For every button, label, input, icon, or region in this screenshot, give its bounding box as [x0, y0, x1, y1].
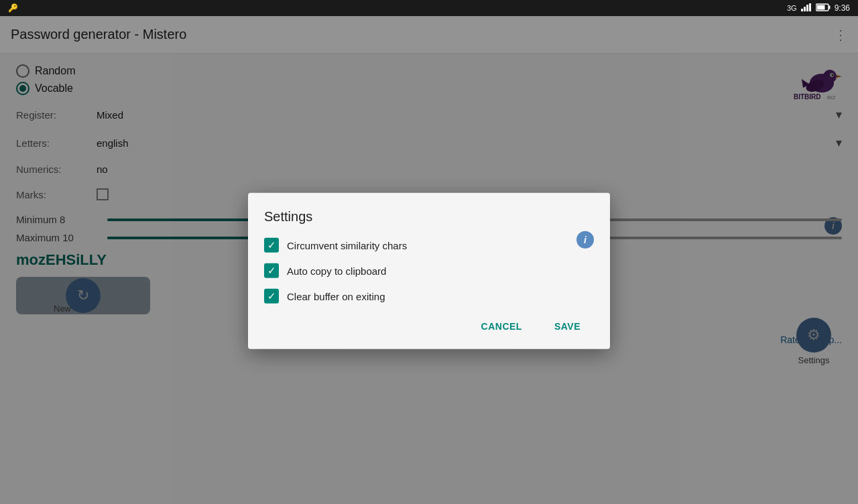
circumvent-checkbox[interactable]: ✓	[264, 238, 279, 253]
dialog-option-circumvent[interactable]: ✓ Circumvent similarity chars	[264, 238, 594, 253]
dialog-option-clearbuffer[interactable]: ✓ Clear buffer on exiting	[264, 289, 594, 304]
key-icon: 🔑	[8, 3, 18, 13]
network-indicator: 3G	[787, 4, 797, 12]
settings-dialog: Settings i ✓ Circumvent similarity chars…	[248, 193, 610, 349]
battery-icon	[816, 3, 831, 13]
status-left: 🔑	[8, 3, 18, 13]
svg-rect-0	[801, 9, 803, 11]
autocopy-label: Auto copy to clipboard	[287, 265, 386, 276]
time-display: 9:36	[835, 3, 850, 13]
save-button[interactable]: SAVE	[541, 314, 594, 338]
svg-rect-1	[804, 7, 806, 11]
app-background: Password generator - Mistero ⋮ BIT	[0, 16, 858, 504]
svg-rect-3	[809, 3, 811, 11]
status-right: 3G 9:36	[787, 3, 850, 13]
autocopy-checkbox[interactable]: ✓	[264, 263, 279, 278]
dialog-title: Settings	[264, 209, 594, 225]
cancel-button[interactable]: CANCEL	[468, 314, 536, 338]
svg-rect-5	[829, 5, 830, 9]
dialog-option-autocopy[interactable]: ✓ Auto copy to clipboard	[264, 263, 594, 278]
signal-icon	[801, 3, 812, 13]
svg-rect-6	[816, 5, 824, 9]
svg-rect-2	[806, 5, 808, 11]
dialog-actions: CANCEL SAVE	[264, 314, 594, 338]
clearbuffer-label: Clear buffer on exiting	[287, 290, 385, 302]
circumvent-label: Circumvent similarity chars	[287, 239, 407, 251]
status-bar: 🔑 3G 9:36	[0, 0, 858, 16]
dialog-info-icon[interactable]: i	[576, 231, 594, 249]
clearbuffer-checkbox[interactable]: ✓	[264, 289, 279, 304]
